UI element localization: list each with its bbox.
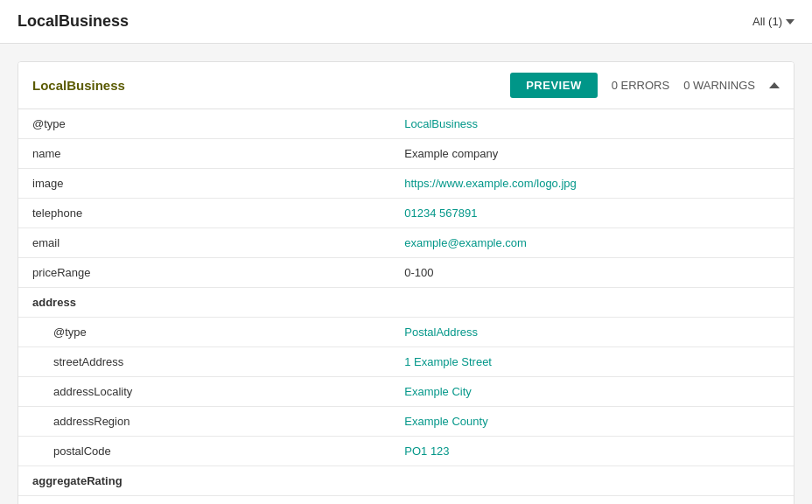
- field-value: example@example.com: [390, 228, 794, 258]
- field-value: 1 Example Street: [390, 347, 794, 377]
- field-value: 0-100: [390, 258, 794, 288]
- field-value: Example City: [390, 377, 794, 407]
- field-key: @type: [18, 318, 390, 347]
- field-key: @type: [18, 496, 390, 505]
- table-row: aggregateRating: [18, 466, 794, 496]
- table-row: addressRegionExample County: [18, 407, 794, 437]
- filter-dropdown[interactable]: All (1): [752, 15, 794, 28]
- field-key: email: [18, 228, 390, 258]
- field-value: PO1 123: [390, 437, 794, 466]
- collapse-button[interactable]: [769, 82, 780, 88]
- page-title: LocalBusiness: [18, 12, 129, 31]
- table-row: addressLocalityExample City: [18, 377, 794, 407]
- warnings-label: 0 WARNINGS: [683, 79, 755, 92]
- table-row: telephone01234 567891: [18, 199, 794, 228]
- field-value: LocalBusiness: [390, 109, 794, 139]
- chevron-down-icon: [786, 19, 794, 24]
- table-row: nameExample company: [18, 139, 794, 169]
- field-key: streetAddress: [18, 347, 390, 377]
- field-key: addressLocality: [18, 377, 390, 407]
- top-bar-right: All (1): [752, 15, 794, 28]
- field-key: postalCode: [18, 437, 390, 466]
- local-business-card: LocalBusiness PREVIEW 0 ERRORS 0 WARNING…: [18, 61, 794, 504]
- card-header-actions: PREVIEW 0 ERRORS 0 WARNINGS: [510, 73, 780, 98]
- data-table: @typeLocalBusinessnameExample companyima…: [18, 109, 794, 504]
- preview-button[interactable]: PREVIEW: [510, 73, 597, 98]
- field-value: 01234 567891: [390, 199, 794, 228]
- field-key: image: [18, 169, 390, 199]
- field-key: addressRegion: [18, 407, 390, 437]
- filter-label: All (1): [752, 15, 782, 28]
- table-row: address: [18, 288, 794, 318]
- main-content: LocalBusiness PREVIEW 0 ERRORS 0 WARNING…: [0, 44, 812, 504]
- card-header: LocalBusiness PREVIEW 0 ERRORS 0 WARNING…: [18, 62, 794, 109]
- field-key: priceRange: [18, 258, 390, 288]
- section-key: address: [18, 288, 794, 318]
- card-title: LocalBusiness: [32, 78, 125, 93]
- field-value: Example County: [390, 407, 794, 437]
- field-value: https://www.example.com/logo.jpg: [390, 169, 794, 199]
- table-row: emailexample@example.com: [18, 228, 794, 258]
- table-row: imagehttps://www.example.com/logo.jpg: [18, 169, 794, 199]
- field-key: telephone: [18, 199, 390, 228]
- field-key: name: [18, 139, 390, 169]
- errors-label: 0 ERRORS: [612, 79, 669, 92]
- table-row: @typePostalAddress: [18, 318, 794, 347]
- field-value: PostalAddress: [390, 318, 794, 347]
- section-key: aggregateRating: [18, 466, 794, 496]
- top-bar: LocalBusiness All (1): [0, 0, 812, 44]
- table-row: priceRange0-100: [18, 258, 794, 288]
- table-row: @typeAggregateRating: [18, 496, 794, 505]
- field-key: @type: [18, 109, 390, 139]
- field-value: Example company: [390, 139, 794, 169]
- chevron-up-icon: [769, 82, 780, 88]
- table-row: postalCodePO1 123: [18, 437, 794, 466]
- table-row: @typeLocalBusiness: [18, 109, 794, 139]
- table-row: streetAddress1 Example Street: [18, 347, 794, 377]
- field-value: AggregateRating: [390, 496, 794, 505]
